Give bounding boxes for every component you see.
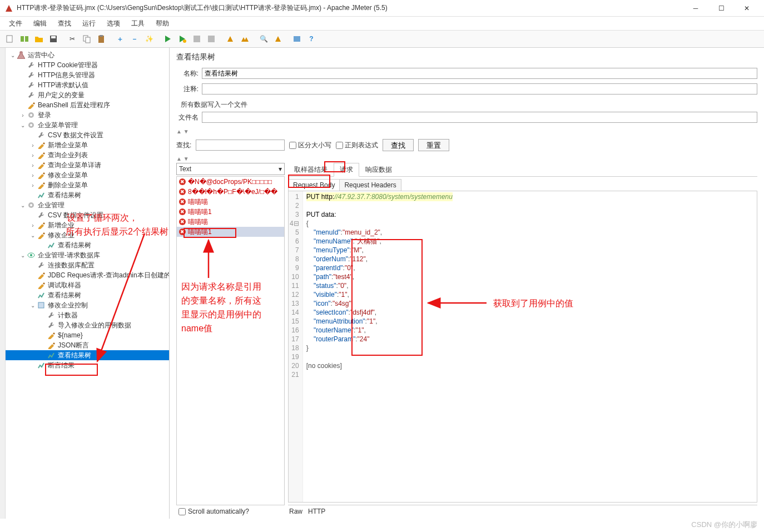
- tree-toggle-icon[interactable]: ⌄: [9, 52, 17, 58]
- clear-search-button[interactable]: [271, 32, 285, 46]
- sample-row-2[interactable]: ✖喵喵喵: [177, 197, 284, 207]
- tree-node-9[interactable]: ›新增企业菜单: [6, 140, 169, 150]
- comment-input[interactable]: [202, 83, 757, 95]
- copy-button[interactable]: [80, 32, 93, 46]
- tree-node-15[interactable]: ⌄企业管理: [6, 200, 169, 210]
- menu-2[interactable]: 查找: [52, 17, 77, 30]
- tree-node-0[interactable]: ⌄运营中心: [6, 50, 169, 60]
- tree-toggle-icon[interactable]: ⌄: [19, 252, 27, 258]
- tree-node-29[interactable]: JSON断言: [6, 340, 169, 350]
- run-noTimers-button[interactable]: [176, 32, 189, 46]
- run-button[interactable]: [161, 32, 175, 46]
- tree-node-26[interactable]: 计数器: [6, 310, 169, 320]
- tree-toggle-icon[interactable]: ⌄: [19, 122, 27, 128]
- close-button[interactable]: ✕: [734, 0, 760, 17]
- templates-button[interactable]: [18, 32, 31, 46]
- request-body-view[interactable]: 1234⊟56789101112131415161718192021 PUT h…: [288, 191, 757, 503]
- tree-node-27[interactable]: 导入修改企业的用例数据: [6, 320, 169, 330]
- tree-toggle-icon[interactable]: ›: [29, 142, 37, 148]
- regex-checkbox[interactable]: [336, 142, 343, 149]
- collapse-handle-1[interactable]: ▲ ▼: [176, 128, 757, 135]
- tree-node-6[interactable]: ›登录: [6, 110, 169, 120]
- tree-toggle-icon[interactable]: ›: [29, 172, 37, 178]
- menu-6[interactable]: 帮助: [150, 17, 175, 30]
- sample-row-1[interactable]: ✖8��l�h�P□F�\�eJ/□��: [177, 187, 284, 197]
- detail-tab-0[interactable]: 取样器结果: [288, 163, 334, 177]
- tree-node-14[interactable]: 查看结果树: [6, 190, 169, 200]
- function-helper-button[interactable]: [290, 32, 304, 46]
- sample-row-3[interactable]: ✖喵喵喵1: [177, 207, 284, 217]
- tree-node-1[interactable]: HTTP Cookie管理器: [6, 60, 169, 70]
- new-button[interactable]: [3, 32, 17, 46]
- tree-node-7[interactable]: ⌄企业菜单管理: [6, 120, 169, 130]
- tree-toggle-icon[interactable]: ⌄: [19, 202, 27, 208]
- tree-node-8[interactable]: CSV 数据文件设置: [6, 130, 169, 140]
- search-button[interactable]: 🔍: [257, 32, 270, 46]
- sub-tab-0[interactable]: Request Body: [288, 179, 340, 191]
- tree-toggle-icon[interactable]: ⌄: [29, 232, 37, 238]
- tree-toggle-icon[interactable]: ›: [29, 162, 37, 168]
- maximize-button[interactable]: ☐: [708, 0, 734, 17]
- add-button[interactable]: ＋: [113, 32, 127, 46]
- tree-node-21[interactable]: 连接数据库配置: [6, 260, 169, 270]
- paste-button[interactable]: [95, 32, 108, 46]
- tree-node-4[interactable]: 用户定义的变量: [6, 90, 169, 100]
- menu-5[interactable]: 工具: [126, 17, 150, 30]
- sample-row-0[interactable]: ✖�N�@docProps/PK□□□□□: [177, 177, 284, 187]
- remove-button[interactable]: －: [128, 32, 141, 46]
- tree-node-10[interactable]: ›查询企业列表: [6, 150, 169, 160]
- scroll-auto-checkbox[interactable]: [178, 508, 186, 515]
- menu-1[interactable]: 编辑: [28, 17, 52, 30]
- bottom-tab-0[interactable]: Raw: [289, 508, 302, 515]
- tree-toggle-icon[interactable]: ⌄: [29, 302, 37, 309]
- search-button[interactable]: 查找: [383, 139, 414, 151]
- tree-node-2[interactable]: HTTP信息头管理器: [6, 70, 169, 80]
- sub-tab-1[interactable]: Request Headers: [339, 179, 401, 191]
- tree-node-31[interactable]: 断言结果: [6, 360, 169, 370]
- menu-4[interactable]: 选项: [101, 17, 126, 30]
- sample-row-4[interactable]: ✖喵喵喵: [177, 217, 284, 227]
- stop-button[interactable]: [190, 32, 204, 46]
- menu-0[interactable]: 文件: [3, 17, 28, 30]
- tree-node-19[interactable]: 查看结果树: [6, 240, 169, 250]
- tree-node-12[interactable]: ›修改企业菜单: [6, 170, 169, 180]
- clear-all-button[interactable]: [238, 32, 251, 46]
- reset-button[interactable]: 重置: [418, 139, 449, 151]
- tree-toggle-icon[interactable]: ›: [29, 222, 37, 228]
- sample-row-5[interactable]: ✖喵喵喵1: [177, 227, 284, 237]
- shutdown-button[interactable]: [205, 32, 218, 46]
- help-button[interactable]: ?: [305, 32, 318, 46]
- tree-node-11[interactable]: ›查询企业菜单详请: [6, 160, 169, 170]
- tree-node-28[interactable]: ${name}: [6, 330, 169, 340]
- bottom-tab-1[interactable]: HTTP: [308, 508, 325, 515]
- tree-toggle-icon[interactable]: ›: [29, 182, 37, 188]
- tree-node-25[interactable]: ⌄修改企业控制: [6, 300, 169, 310]
- clear-button[interactable]: [224, 32, 237, 46]
- sample-list[interactable]: ✖�N�@docProps/PK□□□□□✖8��l�h�P□F�\�eJ/□�…: [176, 176, 285, 505]
- tree-node-17[interactable]: ›新增企业: [6, 220, 169, 230]
- filename-input[interactable]: [202, 112, 757, 123]
- tree-node-5[interactable]: BeanShell 后置处理程序: [6, 100, 169, 110]
- save-button[interactable]: [47, 32, 60, 46]
- search-input[interactable]: [196, 140, 285, 151]
- detail-tab-2[interactable]: 响应数据: [359, 163, 398, 177]
- tree-node-30[interactable]: 查看结果树: [6, 350, 169, 360]
- test-plan-tree[interactable]: ⌄运营中心HTTP Cookie管理器HTTP信息头管理器HTTP请求默认值用户…: [6, 48, 170, 519]
- cut-button[interactable]: ✂: [66, 32, 79, 46]
- minimize-button[interactable]: ─: [683, 0, 708, 17]
- tree-node-22[interactable]: JDBC Reques请求-查询admin本日创建的: [6, 270, 169, 280]
- tree-node-18[interactable]: ⌄修改企业: [6, 230, 169, 240]
- name-input[interactable]: [202, 68, 757, 79]
- tree-toggle-icon[interactable]: ›: [19, 112, 27, 118]
- wand-button[interactable]: ✨: [142, 32, 156, 46]
- case-checkbox[interactable]: [289, 142, 296, 149]
- tree-node-16[interactable]: CSV 数据文件设置: [6, 210, 169, 220]
- tree-node-3[interactable]: HTTP请求默认值: [6, 80, 169, 90]
- menu-3[interactable]: 运行: [77, 17, 101, 30]
- tree-toggle-icon[interactable]: ›: [29, 152, 37, 158]
- detail-tab-1[interactable]: 请求: [334, 163, 359, 177]
- tree-node-20[interactable]: ⌄企业管理-请求数据库: [6, 250, 169, 260]
- open-button[interactable]: [32, 32, 46, 46]
- renderer-dropdown[interactable]: Text ▾: [176, 163, 285, 175]
- tree-node-13[interactable]: ›删除企业菜单: [6, 180, 169, 190]
